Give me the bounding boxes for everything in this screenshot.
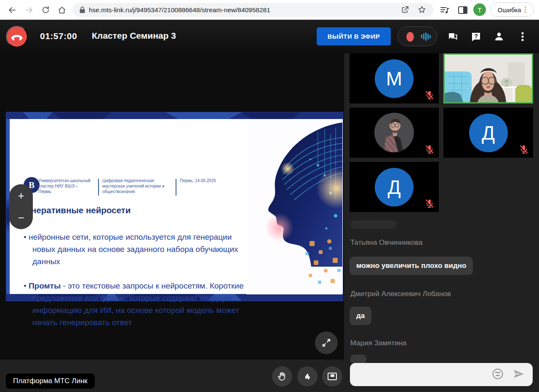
send-icon: [512, 368, 525, 379]
bullet-item: Промты - это текстовые запросы к нейросе…: [24, 280, 254, 328]
reactions-icon: [302, 371, 312, 381]
header-divider: [98, 179, 99, 196]
webcam-video: [445, 55, 532, 102]
participants-icon: [494, 31, 504, 42]
chat-input-box[interactable]: [350, 363, 533, 386]
slide-bullets: нейронные сети, которые используется для…: [24, 231, 254, 341]
fullscreen-button[interactable]: [315, 331, 338, 354]
help-button[interactable]: ?: [470, 30, 482, 43]
error-label: Ошибка: [498, 6, 521, 13]
hang-up-button[interactable]: [6, 26, 28, 48]
chat-icon: [447, 31, 459, 42]
go-live-button[interactable]: ВЫЙТИ В ЭФИР: [317, 27, 391, 45]
pip-button[interactable]: [322, 366, 342, 387]
browser-profile-avatar[interactable]: T: [473, 3, 486, 16]
slide-title: Генеративные нейросети: [22, 205, 131, 215]
url-bar[interactable]: hse.mts-link.ru/j/9495347/2100886648/str…: [72, 3, 434, 17]
svg-text:?: ?: [474, 33, 478, 40]
side-panel-icon[interactable]: [457, 5, 468, 17]
session-timer: 01:57:00: [40, 31, 77, 41]
slide-date-text: Пермь, 14.06.2025: [180, 178, 226, 183]
raise-hand-button[interactable]: [272, 366, 292, 387]
emoji-button[interactable]: [491, 368, 504, 382]
zoom-in-button[interactable]: +: [18, 190, 24, 201]
browser-menu-error-button[interactable]: Ошибка: [490, 3, 534, 17]
send-button[interactable]: [512, 368, 525, 381]
slide-org-text: Университетско-школьный кластер НИУ ВШЭ …: [38, 178, 91, 194]
url-text: hse.mts-link.ru/j/9495347/2100886648/str…: [89, 6, 270, 14]
kebab-menu-icon: [517, 31, 528, 42]
more-options-button[interactable]: [516, 30, 529, 43]
slide-top-band: [6, 112, 343, 119]
mic-muted-icon: [424, 199, 435, 209]
meeting-title: Кластер Семинар 3: [92, 31, 176, 41]
slide: В Университетско-школьный кластер НИУ ВШ…: [6, 112, 343, 301]
media-controls-icon[interactable]: [439, 5, 450, 17]
help-icon: ?: [470, 31, 482, 42]
bullet-item: нейронные сети, которые используется для…: [24, 231, 254, 268]
participant-avatar: М: [375, 59, 414, 98]
zoom-out-button[interactable]: −: [18, 212, 24, 223]
participant-tile-webcam[interactable]: [443, 53, 533, 103]
mic-muted-icon: [519, 144, 529, 154]
meeting-body: В Университетско-школьный кластер НИУ ВШ…: [0, 53, 539, 392]
slide-program-text: Цифровая педагогическая мастерская учите…: [102, 178, 168, 194]
reactions-button[interactable]: [297, 366, 318, 387]
participant-tile[interactable]: Д: [350, 162, 439, 212]
screen: hse.mts-link.ru/j/9495347/2100886648/str…: [0, 0, 539, 392]
participant-avatar: Д: [469, 114, 508, 152]
chat-author: Мария Замятина: [350, 339, 406, 347]
chat-message[interactable]: можно увеличить плохо видно: [350, 257, 473, 275]
forward-icon[interactable]: [24, 5, 34, 15]
participant-photo: [369, 108, 419, 158]
slide-ai-head-image: [246, 119, 342, 294]
chat-author: Дмитрий Алексеевич Лобанов: [350, 290, 451, 298]
mic-muted-icon: [424, 90, 435, 100]
raise-hand-icon: [277, 371, 288, 382]
fullscreen-icon: [321, 338, 331, 348]
chat-text-field[interactable]: [357, 363, 496, 386]
chat-bubble-partial: [350, 355, 366, 364]
meeting-topbar: 01:57:00 Кластер Семинар 3 ВЫЙТИ В ЭФИР …: [0, 20, 539, 53]
chat-bubble-partial: [350, 220, 397, 229]
back-icon[interactable]: [7, 5, 17, 15]
platform-badge: Платформа МТС Линк: [6, 373, 95, 389]
chat-author: Татьяна Овчинникова: [350, 238, 423, 247]
browser-chrome: hse.mts-link.ru/j/9495347/2100886648/str…: [0, 0, 539, 20]
audio-waveform-icon: [421, 32, 431, 41]
chat-message[interactable]: да: [350, 307, 371, 325]
browser-kebab-icon: [525, 6, 526, 13]
participants-button[interactable]: [493, 30, 505, 43]
padlock-icon: [79, 6, 85, 13]
emoji-icon: [491, 368, 504, 380]
share-icon[interactable]: [400, 5, 410, 16]
record-dot-icon: [406, 32, 414, 42]
participant-tile[interactable]: Д: [443, 108, 533, 158]
bookmark-star-icon[interactable]: [417, 5, 427, 16]
mic-muted-icon: [424, 144, 435, 154]
pip-icon: [327, 371, 338, 382]
home-icon[interactable]: [56, 5, 67, 15]
participant-tile[interactable]: М: [350, 53, 439, 103]
reload-icon[interactable]: [40, 5, 51, 15]
hang-up-icon: [11, 32, 23, 41]
chat-toggle-button[interactable]: [446, 30, 459, 43]
participant-tile[interactable]: [350, 108, 439, 158]
slide-zoom-controls: + −: [9, 184, 33, 229]
presentation-stage: В Университетско-школьный кластер НИУ ВШ…: [0, 53, 344, 360]
header-divider: [176, 179, 176, 196]
participant-avatar: Д: [375, 168, 414, 207]
recording-indicator[interactable]: [398, 26, 437, 46]
